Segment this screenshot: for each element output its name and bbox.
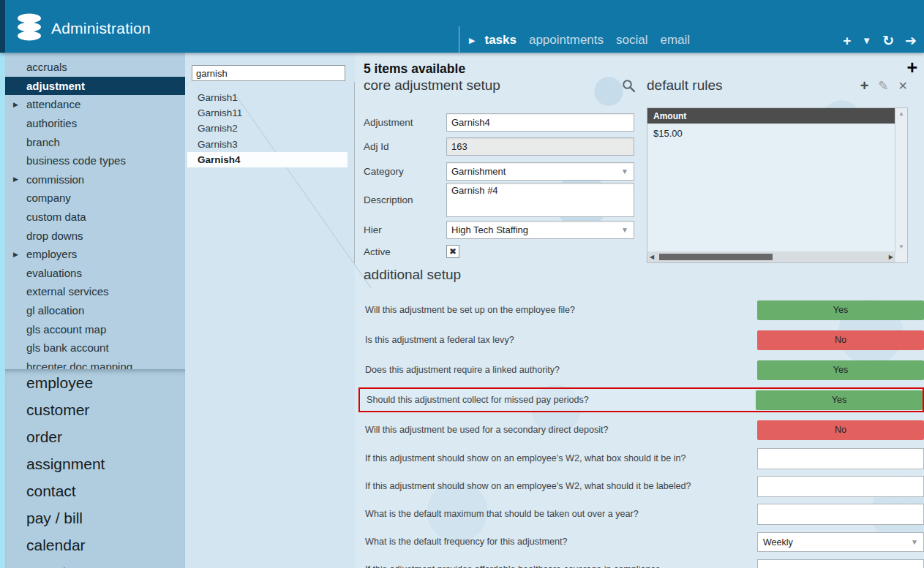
list-item-garnish3[interactable]: Garnish3 bbox=[187, 137, 348, 152]
question-row: Will this adjustment be set up on the em… bbox=[355, 300, 924, 320]
sidebar-item-label: branch bbox=[26, 136, 60, 148]
toggle-yes-button[interactable]: Yes bbox=[756, 390, 923, 410]
answer-input[interactable] bbox=[757, 504, 924, 525]
hier-label: Hier bbox=[364, 224, 446, 235]
sidebar-item-attendance[interactable]: ▶attendance bbox=[5, 95, 185, 114]
sidebar-item-label: employers bbox=[26, 248, 77, 260]
category-select[interactable]: Garnishment ▼ bbox=[446, 162, 634, 181]
question-control bbox=[757, 448, 924, 469]
add-rule-icon[interactable]: + bbox=[860, 79, 869, 92]
list-item-garnish11[interactable]: Garnish11 bbox=[187, 105, 348, 121]
sidebar-item-commission[interactable]: ▶commission bbox=[5, 170, 185, 189]
sidebar-section-contact[interactable]: contact bbox=[5, 477, 185, 504]
scroll-right-icon[interactable]: ▶ bbox=[889, 254, 893, 260]
list-item-garnish2[interactable]: Garnish2 bbox=[187, 121, 348, 136]
sidebar-item-company[interactable]: company bbox=[5, 189, 185, 208]
sidebar-item-drop-downs[interactable]: drop downs bbox=[5, 226, 185, 245]
sidebar-item-gls-bank-account[interactable]: gls bank account bbox=[5, 338, 185, 357]
expand-arrow-icon: ▶ bbox=[5, 251, 26, 258]
list-item-garnish4[interactable]: Garnish4 bbox=[187, 152, 348, 167]
sidebar-item-accruals[interactable]: accruals bbox=[5, 58, 185, 77]
sidebar-item-adjustment[interactable]: adjustment bbox=[5, 77, 185, 96]
toggle-no-button[interactable]: No bbox=[757, 420, 924, 440]
add-icon[interactable]: + bbox=[843, 34, 851, 48]
sidebar-section-employee[interactable]: employee bbox=[5, 369, 185, 396]
refresh-icon[interactable]: ↻ bbox=[882, 34, 894, 48]
sidebar-item-label: company bbox=[26, 192, 71, 204]
sidebar-item-label: adjustment bbox=[26, 80, 85, 92]
edit-rule-icon[interactable]: ✎ bbox=[878, 78, 888, 94]
sidebar-item-hrcenter-doc-mapping[interactable]: hrcenter doc mapping bbox=[5, 357, 185, 370]
vertical-scrollbar[interactable]: ▲ ▼ bbox=[895, 108, 907, 262]
default-rules-title: default rules bbox=[647, 77, 723, 94]
list-item-garnish1[interactable]: Garnish1 bbox=[187, 90, 348, 105]
sidebar-item-label: attendance bbox=[26, 98, 80, 110]
search-icon[interactable] bbox=[622, 79, 636, 93]
chevron-down-icon: ▼ bbox=[621, 226, 628, 234]
rule-row[interactable]: $15.00 bbox=[647, 128, 907, 139]
app-header: Administration ▶ tasksappointmentssocial… bbox=[0, 0, 924, 53]
adjustment-field[interactable] bbox=[446, 113, 634, 132]
question-row: If this adjustment should show on an emp… bbox=[355, 476, 924, 497]
question-control bbox=[757, 559, 924, 568]
sidebar-section-pay-bill[interactable]: pay / bill bbox=[5, 504, 185, 531]
sidebar-item-external-services[interactable]: external services bbox=[5, 282, 185, 301]
question-text: If this adjustment should show on an emp… bbox=[365, 481, 691, 492]
frequency-select[interactable]: Weekly▼ bbox=[757, 532, 924, 552]
sidebar-item-gl-allocation[interactable]: gl allocation bbox=[5, 301, 185, 320]
answer-input[interactable] bbox=[757, 476, 924, 497]
active-checkbox[interactable]: ✖ bbox=[446, 245, 459, 258]
question-text: If this adjustment should show on an emp… bbox=[365, 453, 686, 464]
sidebar-item-label: commission bbox=[26, 173, 84, 186]
sidebar-item-branch[interactable]: branch bbox=[5, 132, 185, 151]
sidebar-item-authorities[interactable]: authorities bbox=[5, 114, 185, 133]
sidebar-item-custom-data[interactable]: custom data bbox=[5, 208, 185, 227]
forward-icon[interactable]: ➔ bbox=[905, 34, 917, 48]
chevron-down-icon: ▼ bbox=[911, 538, 918, 546]
delete-rule-icon[interactable]: ✕ bbox=[898, 79, 908, 93]
question-control: Yes bbox=[757, 300, 924, 320]
chevron-down-icon: ▼ bbox=[621, 167, 628, 175]
sidebar-section-order[interactable]: order bbox=[5, 423, 185, 450]
rules-rows: $15.00 bbox=[647, 128, 907, 139]
answer-input[interactable] bbox=[757, 559, 924, 568]
sidebar-section-assignment[interactable]: assignment bbox=[5, 450, 185, 477]
sidebar-section-customer[interactable]: customer bbox=[5, 396, 185, 423]
sidebar-item-label: gls bank account bbox=[26, 341, 109, 354]
question-row: What is the default frequency for this a… bbox=[355, 531, 924, 553]
toggle-yes-button[interactable]: Yes bbox=[757, 300, 924, 320]
question-control: Weekly▼ bbox=[757, 532, 924, 552]
sidebar-item-business-code-types[interactable]: business code types bbox=[5, 151, 185, 170]
question-control bbox=[757, 504, 924, 525]
sidebar-section-calendar[interactable]: calendar bbox=[5, 531, 185, 558]
search-input[interactable] bbox=[192, 65, 345, 81]
hier-select[interactable]: High Tech Staffing ▼ bbox=[446, 221, 634, 239]
select-value: Weekly bbox=[763, 537, 793, 548]
toggle-no-button[interactable]: No bbox=[757, 330, 924, 350]
answer-input[interactable] bbox=[757, 448, 924, 469]
sidebar-item-label: authorities bbox=[26, 117, 77, 129]
nav-item-tasks[interactable]: tasks bbox=[484, 33, 516, 48]
nav-item-social[interactable]: social bbox=[616, 33, 647, 48]
sidebar-item-gls-account-map[interactable]: gls account map bbox=[5, 319, 185, 338]
description-field[interactable]: Garnish #4 bbox=[446, 183, 634, 217]
database-icon bbox=[15, 12, 44, 42]
nav-item-email[interactable]: email bbox=[661, 33, 691, 48]
scrollbar-thumb[interactable] bbox=[659, 254, 773, 260]
question-text: What is the default frequency for this a… bbox=[365, 537, 568, 548]
question-control: No bbox=[757, 420, 924, 440]
filter-icon[interactable]: ▼ bbox=[862, 34, 871, 48]
horizontal-scrollbar[interactable]: ◀ ▶ bbox=[647, 251, 895, 262]
sidebar-item-employers[interactable]: ▶employers bbox=[5, 245, 185, 264]
scroll-down-icon[interactable]: ▼ bbox=[895, 243, 907, 250]
header-divider bbox=[459, 26, 459, 53]
toggle-yes-button[interactable]: Yes bbox=[757, 360, 924, 380]
add-adjustment-button[interactable]: + bbox=[906, 58, 917, 76]
scroll-up-icon[interactable]: ▲ bbox=[895, 110, 907, 117]
header-nav: ▶ tasksappointmentssocialemail bbox=[469, 33, 690, 48]
nav-item-appointments[interactable]: appointments bbox=[529, 33, 604, 48]
sidebar-item-evaluations[interactable]: evaluations bbox=[5, 264, 185, 283]
sidebar-section-reports[interactable]: reports bbox=[5, 558, 185, 568]
question-row: If this adjustment should show on an emp… bbox=[355, 448, 924, 469]
scroll-left-icon[interactable]: ◀ bbox=[650, 254, 654, 260]
